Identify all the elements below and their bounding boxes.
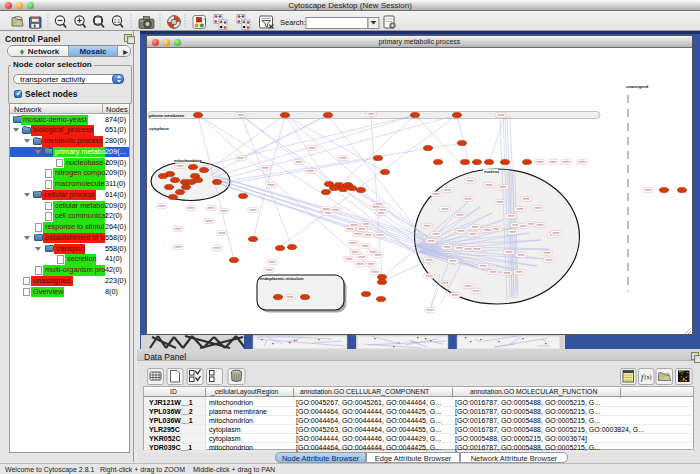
svg-text:cytoplasm: cytoplasm	[149, 126, 169, 131]
svg-text:mitochondrion: mitochondrion	[174, 158, 203, 163]
svg-text:(x): (x)	[645, 374, 652, 381]
svg-text:unassigned: unassigned	[626, 84, 649, 89]
svg-text:plasma membrane: plasma membrane	[149, 113, 185, 118]
svg-text:Search:: Search:	[280, 18, 306, 27]
svg-text:endoplasmic reticulum: endoplasmic reticulum	[260, 276, 304, 281]
svg-text:nucleus: nucleus	[484, 169, 500, 174]
svg-text:1:1: 1:1	[114, 19, 121, 24]
